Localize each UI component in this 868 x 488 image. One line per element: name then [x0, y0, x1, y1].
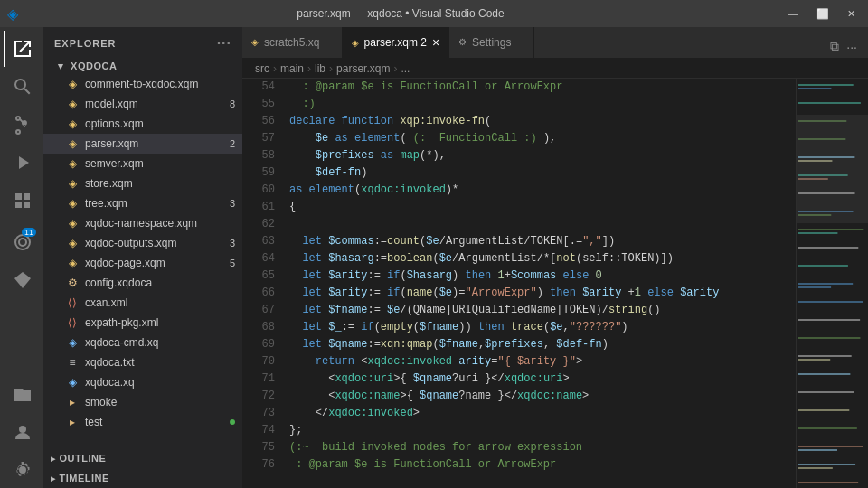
timeline-label: TIMELINE — [60, 473, 109, 483]
scratch-tab-icon: ◈ — [251, 37, 259, 47]
file-parser[interactable]: ◈ parser.xqm 2 — [43, 134, 242, 154]
breadcrumb-main[interactable]: main — [280, 62, 304, 75]
editor-area: ◈ scratch5.xq × ◈ parser.xqm 2 × ⚙ Setti… — [242, 27, 868, 488]
xqm-icon: ◈ — [65, 216, 80, 230]
xqm-icon: ◈ — [65, 176, 80, 191]
close-button[interactable]: ✕ — [842, 6, 861, 22]
folder-icon: ▸ — [65, 415, 80, 429]
code-content[interactable]: : @param $e is FunctionCall or ArrowExpr… — [282, 79, 796, 488]
tab-scratch5[interactable]: ◈ scratch5.xq × — [242, 27, 343, 58]
breadcrumb: src › main › lib › parser.xqm › ... — [242, 59, 868, 79]
code-editor: 5455565758 5960616263 6465666768 6970717… — [242, 79, 868, 488]
activity-folder[interactable] — [4, 376, 40, 412]
tab-settings-close[interactable]: × — [516, 35, 524, 50]
txt-icon: ≡ — [65, 355, 80, 370]
tab-parser-label: parser.xqm 2 — [364, 36, 427, 49]
tab-scratch5-close[interactable]: × — [325, 35, 332, 50]
xqm-icon: ◈ — [65, 77, 80, 91]
file-list: ◈ comment-to-xqdoc.xqm ◈ model.xqm 8 ◈ o… — [43, 74, 242, 448]
breadcrumb-file[interactable]: parser.xqm — [336, 62, 390, 75]
outline-label: OUTLINE — [60, 453, 107, 464]
timeline-chevron: ▸ — [51, 474, 56, 483]
svg-point-0 — [19, 426, 26, 433]
test-modified-indicator — [230, 419, 235, 425]
activity-bar: 11 — [0, 27, 43, 488]
split-editor-button[interactable]: ⧉ — [826, 35, 843, 58]
xml-icon: ⟨⟩ — [65, 296, 80, 310]
file-model[interactable]: ◈ model.xqm 8 — [43, 94, 242, 114]
xqm-icon: ◈ — [65, 196, 80, 211]
xqdoca-section[interactable]: ▾ XQDOCA — [43, 59, 242, 74]
minimize-button[interactable]: — — [783, 6, 804, 22]
file-xqdoca-cmd[interactable]: ◈ xqdoca-cmd.xq — [43, 333, 242, 352]
activity-settings[interactable] — [4, 452, 40, 488]
folder-icon: ▸ — [65, 395, 80, 409]
sidebar: EXPLORER ··· ▾ XQDOCA ◈ comment-to-xqdoc… — [43, 27, 242, 488]
breadcrumb-lib[interactable]: lib — [315, 62, 326, 75]
more-actions-button[interactable]: ··· — [843, 36, 861, 58]
xqm-icon: ◈ — [65, 236, 80, 250]
file-xqdoca-txt[interactable]: ≡ xqdoca.txt — [43, 352, 242, 372]
file-comment-to-xqdoc[interactable]: ◈ comment-to-xqdoc.xqm — [43, 74, 242, 94]
file-xqdoc-page[interactable]: ◈ xqdoc-page.xqm 5 — [43, 253, 242, 273]
xq-icon: ◈ — [65, 375, 80, 389]
file-cxan[interactable]: ⟨⟩ cxan.xml — [43, 293, 242, 313]
activity-search[interactable] — [4, 69, 40, 105]
tab-parser[interactable]: ◈ parser.xqm 2 × — [343, 27, 450, 58]
tab-actions: ⧉ ··· — [826, 35, 868, 58]
cfg-icon: ⚙ — [65, 276, 80, 290]
activity-test[interactable] — [4, 262, 40, 298]
tab-settings-label: Settings — [472, 36, 511, 49]
parser-tab-icon: ◈ — [352, 38, 359, 48]
xqm-icon: ◈ — [65, 117, 80, 131]
file-store[interactable]: ◈ store.xqm — [43, 174, 242, 193]
maximize-button[interactable]: ⬜ — [811, 6, 835, 22]
xqm-icon: ◈ — [65, 136, 80, 151]
remote-badge: 11 — [22, 228, 36, 237]
app-container: 11 EXPLORER ··· ▾ XQDOCA ◈ comment-to-xq… — [0, 27, 868, 488]
file-xqdoc-namespace[interactable]: ◈ xqdoc-namespace.xqm — [43, 213, 242, 233]
xqm-icon: ◈ — [65, 256, 80, 270]
breadcrumb-src[interactable]: src — [255, 62, 269, 75]
file-config[interactable]: ⚙ config.xqdoca — [43, 273, 242, 293]
outline-chevron: ▸ — [51, 454, 56, 464]
file-xqdoc-outputs[interactable]: ◈ xqdoc-outputs.xqm 3 — [43, 233, 242, 253]
activity-run[interactable] — [4, 145, 40, 181]
file-expath[interactable]: ⟨⟩ expath-pkg.xml — [43, 313, 242, 333]
file-options[interactable]: ◈ options.xqm — [43, 114, 242, 134]
sidebar-more-button[interactable]: ··· — [217, 35, 231, 52]
line-numbers: 5455565758 5960616263 6465666768 6970717… — [242, 79, 282, 488]
xml-icon: ⟨⟩ — [65, 315, 80, 330]
file-semver[interactable]: ◈ semver.xqm — [43, 154, 242, 174]
tab-parser-close[interactable]: × — [432, 35, 439, 50]
outline-section[interactable]: ▸ OUTLINE — [43, 448, 242, 468]
activity-remote[interactable]: 11 — [4, 224, 40, 260]
activity-extensions[interactable] — [4, 183, 40, 219]
vscode-logo: ◈ — [7, 5, 18, 23]
xqm-icon: ◈ — [65, 156, 80, 171]
minimap — [796, 79, 868, 488]
breadcrumb-symbol[interactable]: ... — [401, 62, 410, 75]
explorer-chevron: ▾ — [58, 61, 64, 71]
file-tree[interactable]: ◈ tree.xqm 3 — [43, 193, 242, 213]
sidebar-header: EXPLORER ··· — [43, 27, 242, 59]
titlebar: ◈ parser.xqm — xqdoca • Visual Studio Co… — [0, 0, 868, 27]
tab-settings[interactable]: ⚙ Settings × — [449, 27, 534, 58]
settings-tab-icon: ⚙ — [458, 37, 467, 47]
window-controls: — ⬜ ✕ — [783, 6, 861, 22]
activity-account[interactable] — [4, 414, 40, 450]
timeline-section[interactable]: ▸ TIMELINE — [43, 468, 242, 488]
folder-smoke[interactable]: ▸ smoke — [43, 392, 242, 412]
tab-bar: ◈ scratch5.xq × ◈ parser.xqm 2 × ⚙ Setti… — [242, 27, 868, 59]
xqm-icon: ◈ — [65, 97, 80, 111]
tab-scratch5-label: scratch5.xq — [264, 36, 319, 49]
file-xqdoca-xq[interactable]: ◈ xqdoca.xq — [43, 372, 242, 392]
activity-source-control[interactable] — [4, 107, 40, 143]
activity-explorer[interactable] — [4, 31, 40, 67]
xq-icon: ◈ — [65, 335, 80, 350]
folder-test[interactable]: ▸ test — [43, 412, 242, 432]
window-title: parser.xqm — xqdoca • Visual Studio Code — [18, 7, 783, 20]
